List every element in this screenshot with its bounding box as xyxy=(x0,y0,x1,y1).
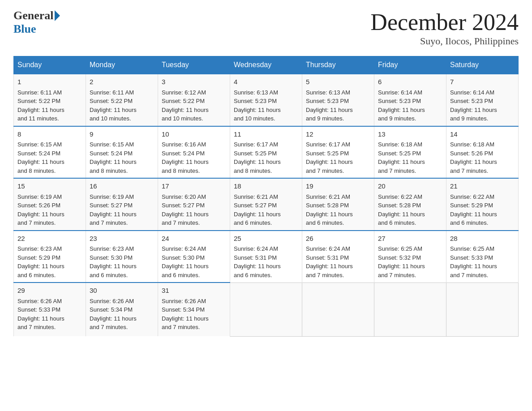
day-number: 14 xyxy=(450,129,515,140)
day-number: 1 xyxy=(17,77,82,87)
day-number: 25 xyxy=(234,234,298,244)
calendar-cell: 7 Sunrise: 6:14 AMSunset: 5:23 PMDayligh… xyxy=(446,74,519,126)
day-info: Sunrise: 6:23 AMSunset: 5:30 PMDaylight:… xyxy=(90,244,154,279)
day-info: Sunrise: 6:11 AMSunset: 5:22 PMDaylight:… xyxy=(90,88,154,123)
day-info: Sunrise: 6:21 AMSunset: 5:27 PMDaylight:… xyxy=(234,193,298,227)
day-number: 4 xyxy=(234,77,298,87)
col-monday: Monday xyxy=(86,56,158,74)
day-number: 7 xyxy=(450,77,515,87)
calendar-cell: 5 Sunrise: 6:13 AMSunset: 5:23 PMDayligh… xyxy=(302,74,374,126)
day-number: 3 xyxy=(162,77,226,87)
day-number: 18 xyxy=(234,181,298,192)
calendar-row-1: 1 Sunrise: 6:11 AMSunset: 5:22 PMDayligh… xyxy=(14,74,519,126)
day-number: 30 xyxy=(90,286,154,296)
day-number: 9 xyxy=(90,129,154,140)
calendar-row-3: 15 Sunrise: 6:19 AMSunset: 5:26 PMDaylig… xyxy=(14,178,519,231)
title-area: December 2024 Suyo, Ilocos, Philippines xyxy=(370,9,519,47)
calendar-cell: 22 Sunrise: 6:23 AMSunset: 5:29 PMDaylig… xyxy=(14,231,86,283)
day-info: Sunrise: 6:17 AMSunset: 5:25 PMDaylight:… xyxy=(234,140,298,175)
day-number: 23 xyxy=(90,234,154,244)
col-thursday: Thursday xyxy=(302,56,374,74)
calendar-cell: 28 Sunrise: 6:25 AMSunset: 5:33 PMDaylig… xyxy=(446,231,519,283)
day-info: Sunrise: 6:15 AMSunset: 5:24 PMDaylight:… xyxy=(17,140,82,175)
col-sunday: Sunday xyxy=(14,56,86,74)
calendar-row-2: 8 Sunrise: 6:15 AMSunset: 5:24 PMDayligh… xyxy=(14,126,519,179)
col-tuesday: Tuesday xyxy=(158,56,230,74)
day-number: 22 xyxy=(17,234,82,244)
day-info: Sunrise: 6:25 AMSunset: 5:32 PMDaylight:… xyxy=(378,244,442,279)
day-number: 10 xyxy=(162,129,226,140)
calendar-cell: 23 Sunrise: 6:23 AMSunset: 5:30 PMDaylig… xyxy=(86,231,158,283)
calendar-cell: 31 Sunrise: 6:26 AMSunset: 5:34 PMDaylig… xyxy=(158,283,230,336)
day-info: Sunrise: 6:26 AMSunset: 5:34 PMDaylight:… xyxy=(90,297,154,332)
calendar-cell: 6 Sunrise: 6:14 AMSunset: 5:23 PMDayligh… xyxy=(374,74,446,126)
day-info: Sunrise: 6:26 AMSunset: 5:34 PMDaylight:… xyxy=(162,297,226,332)
calendar-cell: 10 Sunrise: 6:16 AMSunset: 5:24 PMDaylig… xyxy=(158,126,230,179)
calendar-cell: 12 Sunrise: 6:17 AMSunset: 5:25 PMDaylig… xyxy=(302,126,374,179)
day-info: Sunrise: 6:14 AMSunset: 5:23 PMDaylight:… xyxy=(450,88,515,123)
day-info: Sunrise: 6:19 AMSunset: 5:27 PMDaylight:… xyxy=(90,193,154,227)
calendar-header: Sunday Monday Tuesday Wednesday Thursday… xyxy=(14,56,519,74)
day-number: 28 xyxy=(450,234,515,244)
calendar-table: Sunday Monday Tuesday Wednesday Thursday… xyxy=(13,56,519,337)
day-number: 24 xyxy=(162,234,226,244)
calendar-cell: 18 Sunrise: 6:21 AMSunset: 5:27 PMDaylig… xyxy=(230,178,302,231)
day-info: Sunrise: 6:22 AMSunset: 5:29 PMDaylight:… xyxy=(450,193,515,227)
day-info: Sunrise: 6:24 AMSunset: 5:30 PMDaylight:… xyxy=(162,244,226,279)
page-header: General Blue December 2024 Suyo, Ilocos,… xyxy=(13,9,519,47)
calendar-cell: 3 Sunrise: 6:12 AMSunset: 5:22 PMDayligh… xyxy=(158,74,230,126)
calendar-cell: 17 Sunrise: 6:20 AMSunset: 5:27 PMDaylig… xyxy=(158,178,230,231)
col-wednesday: Wednesday xyxy=(230,56,302,74)
calendar-row-4: 22 Sunrise: 6:23 AMSunset: 5:29 PMDaylig… xyxy=(14,231,519,283)
calendar-cell: 2 Sunrise: 6:11 AMSunset: 5:22 PMDayligh… xyxy=(86,74,158,126)
day-info: Sunrise: 6:22 AMSunset: 5:28 PMDaylight:… xyxy=(378,193,442,227)
day-info: Sunrise: 6:12 AMSunset: 5:22 PMDaylight:… xyxy=(162,88,226,123)
day-number: 11 xyxy=(234,129,298,140)
day-info: Sunrise: 6:13 AMSunset: 5:23 PMDaylight:… xyxy=(234,88,298,123)
calendar-cell: 13 Sunrise: 6:18 AMSunset: 5:25 PMDaylig… xyxy=(374,126,446,179)
day-number: 17 xyxy=(162,181,226,192)
location-subtitle: Suyo, Ilocos, Philippines xyxy=(370,35,519,47)
col-saturday: Saturday xyxy=(446,56,519,74)
calendar-cell: 15 Sunrise: 6:19 AMSunset: 5:26 PMDaylig… xyxy=(14,178,86,231)
day-number: 20 xyxy=(378,181,442,192)
calendar-cell xyxy=(374,283,446,336)
calendar-cell: 11 Sunrise: 6:17 AMSunset: 5:25 PMDaylig… xyxy=(230,126,302,179)
day-number: 12 xyxy=(306,129,370,140)
day-number: 26 xyxy=(306,234,370,244)
calendar-row-5: 29 Sunrise: 6:26 AMSunset: 5:33 PMDaylig… xyxy=(14,283,519,336)
day-number: 19 xyxy=(306,181,370,192)
day-info: Sunrise: 6:13 AMSunset: 5:23 PMDaylight:… xyxy=(306,88,370,123)
day-info: Sunrise: 6:11 AMSunset: 5:22 PMDaylight:… xyxy=(17,88,82,123)
day-info: Sunrise: 6:23 AMSunset: 5:29 PMDaylight:… xyxy=(17,244,82,279)
day-info: Sunrise: 6:26 AMSunset: 5:33 PMDaylight:… xyxy=(17,297,82,332)
day-number: 5 xyxy=(306,77,370,87)
day-number: 21 xyxy=(450,181,515,192)
calendar-cell: 14 Sunrise: 6:18 AMSunset: 5:26 PMDaylig… xyxy=(446,126,519,179)
calendar-cell: 16 Sunrise: 6:19 AMSunset: 5:27 PMDaylig… xyxy=(86,178,158,231)
day-number: 2 xyxy=(90,77,154,87)
calendar-cell: 26 Sunrise: 6:24 AMSunset: 5:31 PMDaylig… xyxy=(302,231,374,283)
day-number: 29 xyxy=(17,286,82,296)
logo-arrow-icon xyxy=(55,10,60,21)
day-info: Sunrise: 6:18 AMSunset: 5:26 PMDaylight:… xyxy=(450,140,515,175)
day-info: Sunrise: 6:24 AMSunset: 5:31 PMDaylight:… xyxy=(306,244,370,279)
month-title: December 2024 xyxy=(370,9,519,35)
logo: General Blue xyxy=(13,9,60,36)
calendar-cell: 8 Sunrise: 6:15 AMSunset: 5:24 PMDayligh… xyxy=(14,126,86,179)
day-info: Sunrise: 6:18 AMSunset: 5:25 PMDaylight:… xyxy=(378,140,442,175)
day-number: 6 xyxy=(378,77,442,87)
logo-blue-text: Blue xyxy=(13,22,60,36)
calendar-cell xyxy=(446,283,519,336)
calendar-cell: 29 Sunrise: 6:26 AMSunset: 5:33 PMDaylig… xyxy=(14,283,86,336)
day-number: 16 xyxy=(90,181,154,192)
day-info: Sunrise: 6:17 AMSunset: 5:25 PMDaylight:… xyxy=(306,140,370,175)
day-info: Sunrise: 6:15 AMSunset: 5:24 PMDaylight:… xyxy=(90,140,154,175)
day-info: Sunrise: 6:14 AMSunset: 5:23 PMDaylight:… xyxy=(378,88,442,123)
day-number: 31 xyxy=(162,286,226,296)
day-info: Sunrise: 6:25 AMSunset: 5:33 PMDaylight:… xyxy=(450,244,515,279)
day-info: Sunrise: 6:24 AMSunset: 5:31 PMDaylight:… xyxy=(234,244,298,279)
calendar-cell: 25 Sunrise: 6:24 AMSunset: 5:31 PMDaylig… xyxy=(230,231,302,283)
calendar-cell: 20 Sunrise: 6:22 AMSunset: 5:28 PMDaylig… xyxy=(374,178,446,231)
calendar-cell: 4 Sunrise: 6:13 AMSunset: 5:23 PMDayligh… xyxy=(230,74,302,126)
